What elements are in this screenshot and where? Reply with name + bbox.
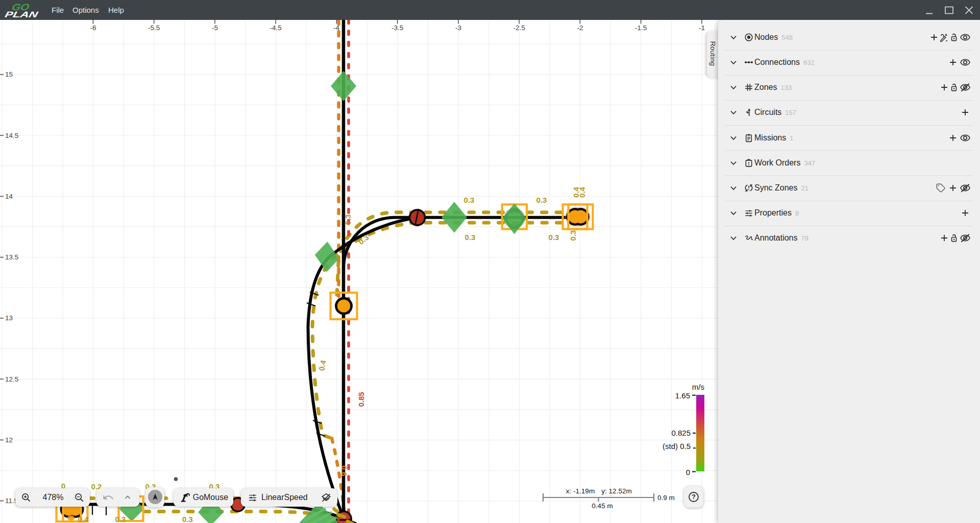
svg-text:PLAN: PLAN xyxy=(4,10,40,19)
svg-text:-3.5: -3.5 xyxy=(391,24,403,32)
svg-text:0.4: 0.4 xyxy=(78,515,89,523)
svg-text:0.3: 0.3 xyxy=(465,233,476,242)
svg-text:0.85: 0.85 xyxy=(357,392,365,407)
svg-text:-4.5: -4.5 xyxy=(270,24,281,32)
svg-text:0.6: 0.6 xyxy=(340,466,349,477)
svg-text:-2.5: -2.5 xyxy=(513,24,525,32)
svg-text:15: 15 xyxy=(5,70,13,78)
svg-text:12: 12 xyxy=(5,436,13,444)
svg-text:-5: -5 xyxy=(212,24,218,32)
svg-text:14.5: 14.5 xyxy=(5,132,18,139)
svg-text:0.4: 0.4 xyxy=(578,186,586,198)
svg-text:0.3: 0.3 xyxy=(549,233,559,242)
svg-text:-2: -2 xyxy=(577,24,583,32)
svg-text:0.3: 0.3 xyxy=(344,215,352,225)
svg-text:13: 13 xyxy=(5,314,13,322)
svg-text:0.3: 0.3 xyxy=(182,515,193,523)
svg-text:-3: -3 xyxy=(455,24,461,32)
svg-text:12.5: 12.5 xyxy=(5,375,18,383)
svg-text:-1: -1 xyxy=(699,24,705,32)
svg-text:-6: -6 xyxy=(90,24,96,32)
svg-text:0.3: 0.3 xyxy=(569,230,577,241)
svg-text:-1.5: -1.5 xyxy=(635,24,647,32)
svg-text:0.3: 0.3 xyxy=(115,515,126,523)
svg-text:0.3: 0.3 xyxy=(464,196,475,204)
svg-text:-5.5: -5.5 xyxy=(148,24,160,32)
svg-text:13.5: 13.5 xyxy=(5,253,18,261)
svg-text:0.3: 0.3 xyxy=(536,196,547,204)
svg-text:14: 14 xyxy=(5,193,13,200)
